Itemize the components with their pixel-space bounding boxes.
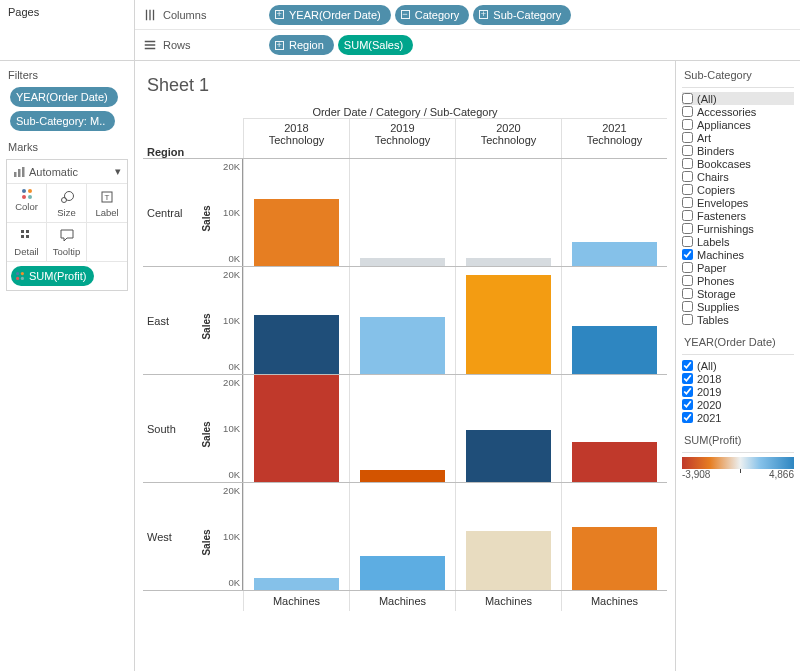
checkbox-input[interactable]	[682, 106, 693, 117]
checkbox-input[interactable]	[682, 386, 693, 397]
marks-size-button[interactable]: Size	[47, 184, 87, 223]
bar[interactable]	[466, 531, 551, 590]
checkbox-input[interactable]	[682, 223, 693, 234]
checkbox-input[interactable]	[682, 132, 693, 143]
checkbox-input[interactable]	[682, 373, 693, 384]
subcategory-filter-item[interactable]: Fasteners	[682, 209, 794, 222]
bar[interactable]	[466, 275, 551, 374]
bar[interactable]	[360, 317, 445, 374]
marks-type-select[interactable]: Automatic ▾	[7, 160, 127, 184]
bar[interactable]	[572, 326, 657, 374]
checkbox-input[interactable]	[682, 171, 693, 182]
bar[interactable]	[360, 556, 445, 590]
filter-item-label: Storage	[697, 288, 736, 300]
year-filter-item[interactable]: (All)	[682, 359, 794, 372]
filter-item-label: Labels	[697, 236, 729, 248]
columns-pill[interactable]: YEAR(Order Date)	[269, 5, 391, 25]
filter-pill[interactable]: Sub-Category: M..	[10, 111, 115, 131]
bar[interactable]	[466, 258, 551, 266]
bar[interactable]	[360, 470, 445, 482]
columns-pill[interactable]: Sub-Category	[473, 5, 571, 25]
subcategory-filter-item[interactable]: Envelopes	[682, 196, 794, 209]
columns-shelf[interactable]: Columns YEAR(Order Date)CategorySub-Cate…	[135, 0, 800, 30]
subcategory-filter-item[interactable]: Art	[682, 131, 794, 144]
bar[interactable]	[254, 315, 339, 374]
subcategory-filter-item[interactable]: Tables	[682, 313, 794, 326]
bar[interactable]	[254, 578, 339, 590]
bar-cell	[455, 159, 561, 266]
subcategory-filter-item[interactable]: Copiers	[682, 183, 794, 196]
marks-color-button[interactable]: Color	[7, 184, 47, 223]
columns-pill[interactable]: Category	[395, 5, 470, 25]
filter-item-label: Furnishings	[697, 223, 754, 235]
checkbox-input[interactable]	[682, 93, 693, 104]
marks-label: Marks	[6, 139, 128, 159]
checkbox-input[interactable]	[682, 119, 693, 130]
checkbox-input[interactable]	[682, 210, 693, 221]
year-filter-item[interactable]: 2020	[682, 398, 794, 411]
checkbox-input[interactable]	[682, 145, 693, 156]
subcategory-filter-item[interactable]: Accessories	[682, 105, 794, 118]
checkbox-input[interactable]	[682, 412, 693, 423]
filters-shelf[interactable]: Filters YEAR(Order Date)Sub-Category: M.…	[6, 67, 128, 131]
subcategory-filter-item[interactable]: Chairs	[682, 170, 794, 183]
subcategory-filter-item[interactable]: Supplies	[682, 300, 794, 313]
filter-item-label: Bookcases	[697, 158, 751, 170]
marks-color-pill[interactable]: SUM(Profit)	[11, 266, 94, 286]
subcategory-filter-item[interactable]: Storage	[682, 287, 794, 300]
bar[interactable]	[572, 442, 657, 482]
filter-pill[interactable]: YEAR(Order Date)	[10, 87, 118, 107]
subcategory-filter-item[interactable]: (All)	[682, 92, 794, 105]
checkbox-input[interactable]	[682, 288, 693, 299]
subcategory-filter-item[interactable]: Labels	[682, 235, 794, 248]
year-filter-item[interactable]: 2019	[682, 385, 794, 398]
bar[interactable]	[572, 242, 657, 266]
subcategory-filter-item[interactable]: Machines	[682, 248, 794, 261]
checkbox-input[interactable]	[682, 158, 693, 169]
marks-detail-button[interactable]: Detail	[7, 223, 47, 261]
svg-rect-1	[18, 169, 21, 177]
bar[interactable]	[466, 430, 551, 482]
checkbox-input[interactable]	[682, 360, 693, 371]
checkbox-input[interactable]	[682, 399, 693, 410]
bar[interactable]	[360, 258, 445, 266]
rows-shelf[interactable]: Rows RegionSUM(Sales)	[135, 30, 800, 60]
label-icon: T	[99, 189, 115, 205]
subcategory-filter-item[interactable]: Appliances	[682, 118, 794, 131]
bar-cell	[561, 375, 667, 482]
color-icon	[16, 272, 24, 280]
checkbox-input[interactable]	[682, 249, 693, 260]
bar-cell	[243, 267, 349, 374]
filter-item-label: Copiers	[697, 184, 735, 196]
filter-item-label: Art	[697, 132, 711, 144]
bar[interactable]	[254, 199, 339, 266]
subcategory-filter-item[interactable]: Binders	[682, 144, 794, 157]
bar[interactable]	[572, 527, 657, 590]
bar-cell	[243, 375, 349, 482]
checkbox-input[interactable]	[682, 236, 693, 247]
checkbox-input[interactable]	[682, 262, 693, 273]
marks-label-button[interactable]: T Label	[87, 184, 127, 223]
y-axis-title: Sales	[201, 313, 212, 339]
y-tick: 20K	[205, 377, 240, 388]
svg-text:T: T	[105, 193, 110, 202]
checkbox-input[interactable]	[682, 314, 693, 325]
subcategory-filter-item[interactable]: Bookcases	[682, 157, 794, 170]
year-filter-item[interactable]: 2021	[682, 411, 794, 424]
y-tick: 0K	[205, 577, 240, 588]
checkbox-input[interactable]	[682, 184, 693, 195]
marks-tooltip-button[interactable]: Tooltip	[47, 223, 87, 261]
rows-pill[interactable]: SUM(Sales)	[338, 35, 413, 55]
subcategory-filter-item[interactable]: Paper	[682, 261, 794, 274]
svg-rect-9	[26, 230, 29, 233]
checkbox-input[interactable]	[682, 197, 693, 208]
subcategory-filter-item[interactable]: Furnishings	[682, 222, 794, 235]
checkbox-input[interactable]	[682, 275, 693, 286]
year-filter-item[interactable]: 2018	[682, 372, 794, 385]
bar[interactable]	[254, 375, 339, 482]
viz-canvas[interactable]: Sheet 1 Order Date / Category / Sub-Cate…	[135, 61, 675, 671]
checkbox-input[interactable]	[682, 301, 693, 312]
rows-pill[interactable]: Region	[269, 35, 334, 55]
pages-shelf[interactable]: Pages	[0, 0, 135, 60]
subcategory-filter-item[interactable]: Phones	[682, 274, 794, 287]
